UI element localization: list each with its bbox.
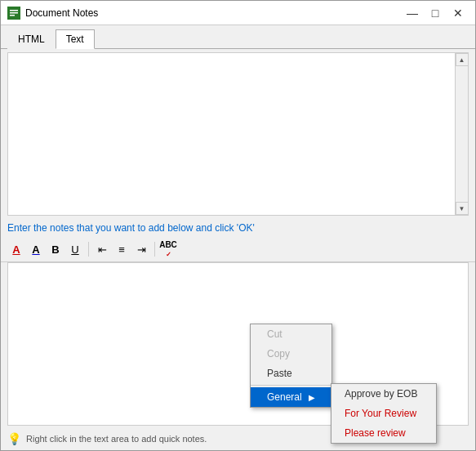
font-color-button[interactable]: A [7,240,25,258]
align-center-button[interactable]: ≡ [113,240,131,258]
spellcheck-icon: ABC✓ [159,240,177,258]
highlight-button[interactable]: A [27,240,45,258]
align-left-button[interactable]: ⇤ [93,240,111,258]
context-menu-paste[interactable]: Paste [251,364,331,383]
submenu-for-your-review[interactable]: For Your Review [331,404,436,423]
context-menu-divider [251,385,331,386]
titlebar: Document Notes — □ ✕ [1,1,475,25]
info-text: Enter the notes that you want to add bel… [1,219,475,237]
preview-area: ▲ ▼ [7,52,469,216]
scroll-down-arrow[interactable]: ▼ [456,202,469,215]
bold-icon: B [51,243,59,256]
general-submenu: Approve by EOB For Your Review Please re… [331,383,437,444]
align-right-button[interactable]: ⇥ [132,240,150,258]
bold-button[interactable]: B [47,240,65,258]
underline-button[interactable]: U [66,240,84,258]
context-menu-general[interactable]: General ▶ [251,387,331,407]
context-menu-copy[interactable]: Copy [251,344,331,364]
toolbar-separator-2 [154,242,155,257]
toolbar-separator-1 [88,242,89,257]
lightbulb-icon: 💡 [7,432,21,445]
align-right-icon: ⇥ [137,243,146,256]
window-title: Document Notes [25,7,402,19]
close-button[interactable]: ✕ [447,5,469,21]
window-controls: — □ ✕ [402,5,469,21]
svg-rect-2 [10,12,18,14]
font-color-icon: A [12,243,20,256]
footer-tip: Right click in the text area to add quic… [26,434,207,444]
svg-rect-1 [10,10,18,11]
align-center-icon: ≡ [118,243,125,256]
tab-text[interactable]: Text [56,29,95,49]
submenu-please-review[interactable]: Please review [331,423,436,443]
tab-html[interactable]: HTML [7,29,56,49]
maximize-button[interactable]: □ [425,5,446,21]
tab-bar: HTML Text [1,25,475,49]
underline-icon: U [71,243,78,256]
minimize-button[interactable]: — [402,5,423,21]
formatting-toolbar: A A B U ⇤ ≡ ⇥ ABC✓ [1,237,475,262]
svg-rect-3 [10,15,15,16]
scroll-up-arrow[interactable]: ▲ [456,53,469,66]
submenu-approve-eob[interactable]: Approve by EOB [331,384,436,404]
spellcheck-button[interactable]: ABC✓ [159,240,177,258]
context-menu-cut[interactable]: Cut [251,324,331,344]
main-window: Document Notes — □ ✕ HTML Text ▲ ▼ Enter… [0,0,476,451]
submenu-arrow-icon: ▶ [309,393,315,402]
align-left-icon: ⇤ [98,243,107,256]
context-menu: Cut Copy Paste General ▶ [250,324,332,408]
app-icon [7,7,20,20]
scrollbar-right[interactable]: ▲ ▼ [455,53,468,215]
highlight-icon: A [32,243,39,256]
